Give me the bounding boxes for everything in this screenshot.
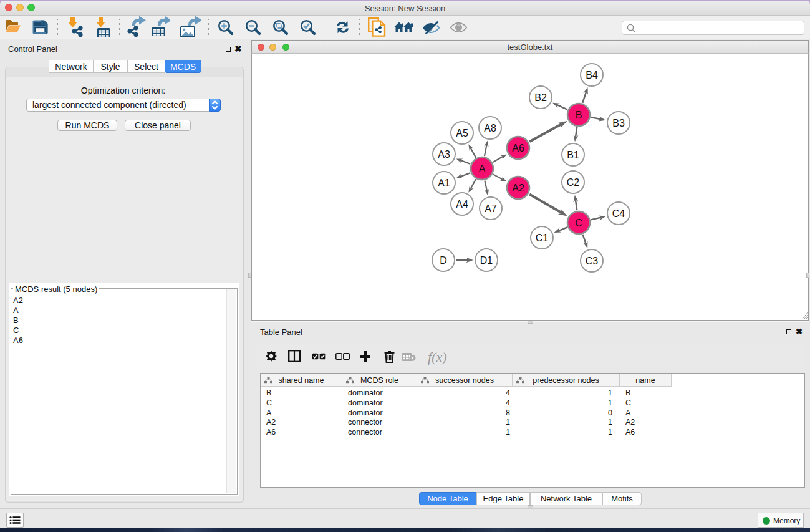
svg-text:B1: B1 (567, 150, 579, 160)
svg-text:C4: C4 (612, 208, 625, 219)
svg-text:B: B (576, 110, 582, 120)
svg-text:A3: A3 (438, 149, 450, 160)
svg-text:B3: B3 (612, 118, 625, 128)
svg-text:D1: D1 (480, 255, 493, 266)
svg-text:A: A (479, 163, 486, 174)
svg-text:A4: A4 (456, 199, 468, 210)
svg-text:A8: A8 (484, 123, 496, 133)
svg-text:C: C (575, 218, 582, 228)
svg-text:C2: C2 (567, 177, 580, 188)
svg-text:D: D (440, 255, 447, 266)
svg-text:C1: C1 (536, 233, 549, 243)
svg-text:A6: A6 (512, 143, 524, 153)
svg-text:C3: C3 (586, 256, 599, 266)
svg-text:A1: A1 (438, 178, 450, 188)
svg-text:A5: A5 (456, 128, 468, 138)
svg-text:B2: B2 (534, 92, 547, 103)
svg-text:A7: A7 (485, 203, 497, 214)
svg-text:A2: A2 (512, 183, 524, 193)
svg-text:B4: B4 (586, 70, 598, 80)
